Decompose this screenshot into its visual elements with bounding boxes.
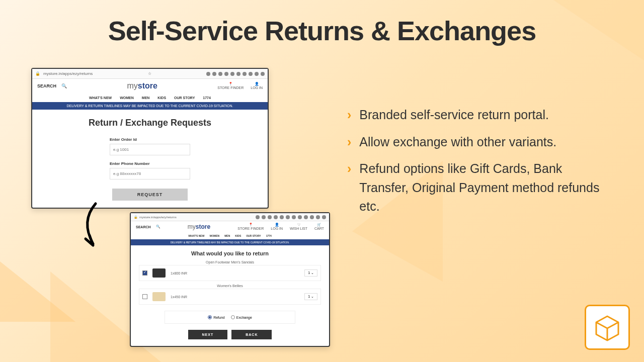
nav-item[interactable]: 1774: [203, 96, 211, 100]
announcement-banner: DELIVERY & RETURN TIMELINES MAY BE IMPAC…: [131, 239, 329, 245]
item-name: Women's Bellies: [139, 284, 321, 288]
nav-item[interactable]: WOMEN: [120, 96, 134, 100]
store-header: SEARCH 🔍 mystore 📍STORE FINDER 👤LOG IN ♡…: [131, 221, 329, 232]
search-icon[interactable]: 🔍: [156, 225, 160, 229]
announcement-banner: DELIVERY & RETURN TIMELINES MAY BE IMPAC…: [32, 102, 268, 110]
nav-item[interactable]: KIDS: [235, 234, 241, 237]
feature-item: ›Branded self-service return portal.: [347, 106, 614, 125]
feature-item: ›Allow exchange with other variants.: [347, 133, 614, 152]
chevron-right-icon: ›: [347, 133, 351, 152]
radio-icon: [208, 315, 212, 319]
nav-item[interactable]: MEN: [142, 96, 150, 100]
brand-box-logo: [585, 305, 630, 350]
url-bar: 🔒 mystore.in/apps/ezy/returns ☆: [32, 69, 268, 79]
nav-menu: WHAT'S NEW WOMEN MEN KIDS OUR STORY 1774: [32, 93, 268, 102]
refund-option[interactable]: Refund: [208, 315, 225, 319]
nav-item[interactable]: OUR STORY: [246, 234, 261, 237]
cart-link[interactable]: 🛒CART: [314, 223, 324, 230]
nav-item[interactable]: WHAT'S NEW: [188, 234, 204, 237]
search-label: SEARCH: [136, 225, 151, 229]
browser-window-1: 🔒 mystore.in/apps/ezy/returns ☆ SEARCH 🔍…: [31, 68, 269, 209]
radio-icon: [231, 315, 235, 319]
store-header: SEARCH 🔍 mystore 📍STORE FINDER 👤LOG IN: [32, 79, 268, 93]
form-title: Return / Exchange Requests: [32, 118, 268, 128]
user-icon: 👤: [255, 82, 259, 86]
item-row: 1x450 INR 1 ⌄: [139, 289, 321, 305]
qty-selector[interactable]: 1 ⌄: [304, 293, 317, 300]
search-icon[interactable]: 🔍: [61, 83, 67, 88]
nav-item[interactable]: KIDS: [157, 96, 166, 100]
item-checkbox[interactable]: [142, 270, 147, 276]
product-image: [152, 292, 166, 301]
store-finder-link[interactable]: 📍STORE FINDER: [237, 223, 264, 230]
exchange-option[interactable]: Exchange: [231, 315, 252, 319]
order-id-label: Enter Order Id: [110, 137, 190, 142]
star-icon: ☆: [148, 71, 151, 76]
wishlist-link[interactable]: ♡WISH LIST: [290, 223, 307, 230]
item-checkbox[interactable]: [142, 294, 147, 299]
nav-item[interactable]: OUR STORY: [174, 96, 195, 100]
browser-window-2: 🔒 mystore.in/apps/ezy/returns SEARCH 🔍 m…: [130, 212, 330, 347]
extension-icons: [206, 72, 265, 76]
url-bar: 🔒 mystore.in/apps/ezy/returns: [131, 213, 329, 221]
item-name: Open Footwear Men's Sandals: [139, 260, 321, 264]
logo: mystore: [127, 81, 157, 90]
search-label: SEARCH: [37, 83, 56, 88]
nav-menu: WHAT'S NEW WOMEN MEN KIDS OUR STORY 1774: [131, 232, 329, 239]
nav-item[interactable]: 1774: [266, 234, 272, 237]
lock-icon: 🔒: [35, 71, 40, 76]
feature-item: ›Refund options like Gift Cards, Bank Tr…: [347, 159, 614, 216]
page-title: Self-Service Returns & Exchanges: [0, 15, 644, 46]
request-button[interactable]: REQUEST: [112, 189, 188, 201]
next-button[interactable]: NEXT: [188, 330, 228, 339]
location-icon: 📍: [228, 82, 233, 86]
phone-label: Enter Phone Number: [110, 161, 190, 166]
product-image: [152, 268, 166, 278]
refund-exchange-options: Refund Exchange: [165, 311, 295, 324]
chevron-right-icon: ›: [347, 106, 351, 125]
return-title: What would you like to return: [131, 250, 329, 256]
nav-item[interactable]: WHAT'S NEW: [89, 96, 112, 100]
item-row: 1x800 INR 1 ⌄: [139, 265, 321, 281]
order-id-input[interactable]: [110, 144, 190, 155]
item-price: 1x450 INR: [171, 295, 187, 299]
item-price: 1x800 INR: [171, 272, 187, 275]
nav-item[interactable]: WOMEN: [209, 234, 219, 237]
login-link[interactable]: 👤LOG IN: [251, 82, 263, 89]
extension-icons: [256, 215, 326, 219]
lock-icon: 🔒: [134, 215, 137, 219]
logo: mystore: [188, 223, 210, 230]
nav-item[interactable]: MEN: [224, 234, 230, 237]
chevron-right-icon: ›: [347, 159, 351, 216]
phone-input[interactable]: [110, 168, 190, 179]
back-button[interactable]: BACK: [231, 330, 272, 339]
qty-selector[interactable]: 1 ⌄: [304, 269, 317, 277]
feature-list: ›Branded self-service return portal. ›Al…: [347, 106, 614, 224]
arrow-icon: [75, 201, 116, 251]
url-text: mystore.in/apps/ezy/returns: [139, 216, 177, 219]
url-text: mystore.in/apps/ezy/returns: [43, 71, 93, 76]
chevron-down-icon: ⌄: [311, 271, 314, 275]
login-link[interactable]: 👤LOG IN: [271, 223, 283, 230]
chevron-down-icon: ⌄: [311, 295, 314, 298]
store-finder-link[interactable]: 📍STORE FINDER: [217, 82, 244, 89]
